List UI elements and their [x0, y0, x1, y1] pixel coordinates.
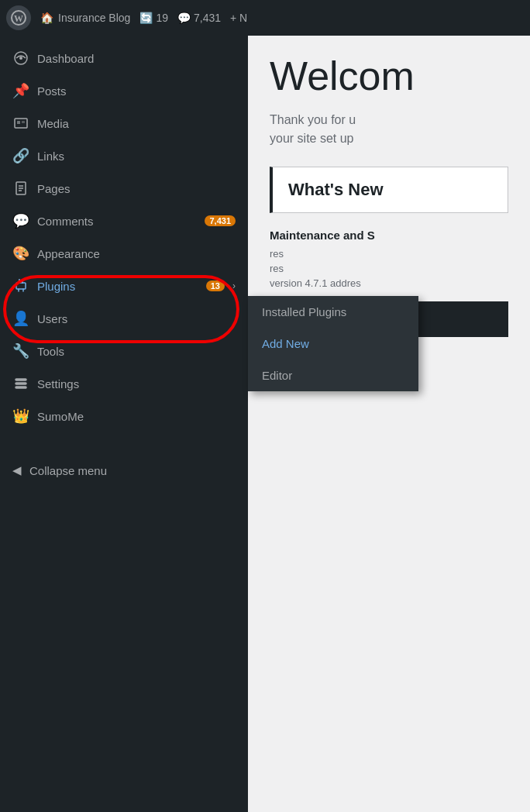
subtitle-line2: your site set up [270, 132, 354, 145]
svg-rect-6 [22, 121, 25, 123]
collapse-label: Collapse menu [29, 464, 107, 477]
comments-label: Comments [37, 215, 197, 228]
sidebar-item-links[interactable]: 🔗 Links [0, 139, 248, 172]
wp-logo[interactable]: W [6, 5, 31, 30]
comments-badge: 7,431 [205, 215, 236, 226]
plugins-submenu: Installed Plugins Add New Editor [248, 296, 418, 391]
main-content: Welcom Thank you for u your site set up … [248, 36, 530, 812]
collapse-menu[interactable]: ◀ Collapse menu [0, 454, 248, 487]
users-label: Users [37, 312, 236, 325]
dashboard-label: Dashboard [37, 52, 236, 65]
svg-rect-4 [15, 119, 27, 128]
tools-label: Tools [37, 345, 236, 358]
sidebar-item-appearance[interactable]: 🎨 Appearance [0, 237, 248, 270]
welcome-title: Welcom [270, 54, 508, 98]
sidebar-item-pages[interactable]: Pages [0, 172, 248, 205]
site-info[interactable]: 🏠 Insurance Blog [40, 12, 130, 24]
svg-rect-13 [15, 383, 26, 384]
sidebar-item-comments[interactable]: 💬 Comments 7,431 [0, 205, 248, 237]
media-icon [12, 115, 29, 132]
svg-text:W: W [14, 13, 23, 24]
svg-rect-11 [16, 283, 26, 289]
sumome-label: SumoMe [37, 410, 236, 423]
posts-icon: 📌 [12, 82, 29, 99]
pages-icon [12, 180, 29, 197]
dashboard-icon [12, 50, 29, 67]
subtitle-line1: Thank you for u [270, 113, 356, 126]
submenu-installed-plugins[interactable]: Installed Plugins [248, 296, 418, 328]
plugins-arrow: › [232, 280, 236, 291]
refresh-icon: 🔄 [139, 12, 153, 24]
site-name: Insurance Blog [58, 12, 130, 24]
sidebar-item-settings[interactable]: Settings [0, 367, 248, 400]
updates-count: 19 [156, 12, 168, 24]
submenu-editor[interactable]: Editor [248, 360, 418, 391]
svg-rect-12 [15, 379, 26, 380]
plugins-label: Plugins [37, 280, 198, 293]
collapse-icon: ◀ [12, 463, 22, 477]
pages-label: Pages [37, 182, 236, 195]
updates-info[interactable]: 🔄 19 [139, 12, 168, 24]
sumome-icon: 👑 [12, 408, 29, 425]
main-inner: Welcom Thank you for u your site set up … [248, 36, 530, 812]
content-line1: res [270, 248, 508, 260]
settings-label: Settings [37, 377, 236, 391]
svg-rect-5 [17, 121, 20, 124]
version-text: version 4.7.1 addres [270, 277, 508, 289]
comments-icon: 💬 [12, 212, 29, 229]
links-label: Links [37, 150, 236, 163]
comments-info[interactable]: 💬 7,431 [177, 12, 221, 24]
links-icon: 🔗 [12, 147, 29, 164]
new-label: + N [230, 12, 247, 24]
admin-bar: W 🏠 Insurance Blog 🔄 19 💬 7,431 + N [0, 0, 530, 36]
plugins-badge: 13 [206, 280, 225, 291]
appearance-icon: 🎨 [12, 245, 29, 262]
sidebar: Dashboard 📌 Posts Media 🔗 Links [0, 36, 248, 812]
users-icon: 👤 [12, 310, 29, 327]
plugins-icon [12, 277, 29, 294]
comment-icon: 💬 [177, 12, 191, 24]
sidebar-menu: Dashboard 📌 Posts Media 🔗 Links [0, 36, 248, 439]
sidebar-item-media[interactable]: Media [0, 107, 248, 139]
svg-rect-14 [15, 387, 26, 388]
comments-count: 7,431 [194, 12, 221, 24]
sidebar-item-dashboard[interactable]: Dashboard [0, 42, 248, 74]
welcome-subtitle: Thank you for u your site set up [270, 111, 508, 148]
submenu-add-new[interactable]: Add New [248, 328, 418, 360]
tools-icon: 🔧 [12, 342, 29, 360]
media-label: Media [37, 117, 236, 130]
appearance-label: Appearance [37, 247, 236, 260]
sidebar-item-users[interactable]: 👤 Users [0, 302, 248, 335]
whats-new-box: What's New [270, 167, 508, 213]
content-line2: res [270, 263, 508, 274]
svg-point-3 [19, 57, 22, 60]
whats-new-title: What's New [288, 180, 492, 200]
posts-label: Posts [37, 84, 236, 98]
sidebar-item-plugins[interactable]: Plugins 13 › [0, 270, 248, 302]
maintenance-text: Maintenance and S [270, 229, 508, 242]
house-icon: 🏠 [40, 12, 53, 24]
sidebar-item-tools[interactable]: 🔧 Tools [0, 335, 248, 367]
main-layout: Dashboard 📌 Posts Media 🔗 Links [0, 0, 530, 812]
settings-icon [12, 375, 29, 392]
sidebar-item-posts[interactable]: 📌 Posts [0, 74, 248, 107]
sidebar-item-sumome[interactable]: 👑 SumoMe [0, 400, 248, 432]
new-content[interactable]: + N [230, 12, 247, 24]
